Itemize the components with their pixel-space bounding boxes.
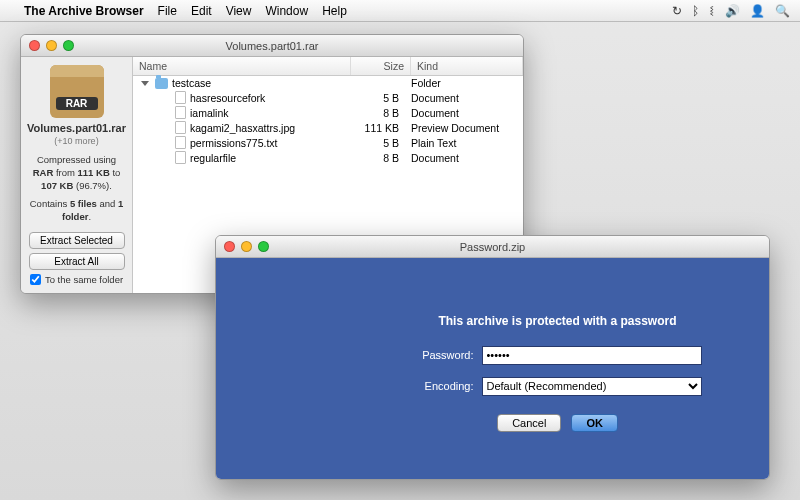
archive-titlebar[interactable]: Volumes.part01.rar <box>21 35 523 57</box>
close-icon[interactable] <box>29 40 40 51</box>
rar-icon-label: RAR <box>56 97 98 110</box>
file-kind: Plain Text <box>405 137 517 149</box>
ok-button[interactable]: OK <box>571 414 618 432</box>
file-row[interactable]: kagami2_hasxattrs.jpg111 KBPreview Docum… <box>133 120 523 135</box>
archive-window-title: Volumes.part01.rar <box>21 40 523 52</box>
disclosure-triangle-icon[interactable] <box>141 81 149 86</box>
same-folder-checkbox-input[interactable] <box>30 274 41 285</box>
zoom-icon[interactable] <box>258 241 269 252</box>
extract-selected-button[interactable]: Extract Selected <box>29 232 125 249</box>
minimize-icon[interactable] <box>241 241 252 252</box>
file-row[interactable]: hasresourcefork5 BDocument <box>133 90 523 105</box>
password-input[interactable] <box>482 346 702 365</box>
same-folder-checkbox[interactable]: To the same folder <box>30 274 123 285</box>
password-window-title: Password.zip <box>216 241 769 253</box>
folder-icon <box>155 78 168 89</box>
password-titlebar[interactable]: Password.zip <box>216 236 769 258</box>
menu-window[interactable]: Window <box>265 4 308 18</box>
file-size: 5 B <box>345 137 405 149</box>
menu-help[interactable]: Help <box>322 4 347 18</box>
file-size: 5 B <box>345 92 405 104</box>
file-row[interactable]: testcaseFolder <box>133 76 523 90</box>
archive-contents-info: Contains 5 files and 1 folder. <box>27 198 126 224</box>
file-name: iamalink <box>190 107 229 119</box>
file-kind: Document <box>405 107 517 119</box>
file-row[interactable]: regularfile8 BDocument <box>133 150 523 165</box>
status-icons: ↻ ᛒ ⧙ 🔊 👤 🔍 <box>672 4 790 18</box>
minimize-icon[interactable] <box>46 40 57 51</box>
archive-compression-info: Compressed using RAR from 111 KB to 107 … <box>27 154 126 192</box>
close-icon[interactable] <box>224 241 235 252</box>
document-icon <box>175 91 186 104</box>
cancel-button[interactable]: Cancel <box>497 414 561 432</box>
file-name: regularfile <box>190 152 236 164</box>
document-icon <box>175 106 186 119</box>
document-icon <box>175 136 186 149</box>
file-size: 8 B <box>345 152 405 164</box>
same-folder-checkbox-label: To the same folder <box>45 274 123 285</box>
user-icon[interactable]: 👤 <box>750 4 765 18</box>
file-kind: Folder <box>405 77 517 89</box>
rar-file-icon: RAR <box>50 65 104 118</box>
archive-filename: Volumes.part01.rar <box>27 122 126 134</box>
file-name: permissions775.txt <box>190 137 278 149</box>
file-list-header: Name Size Kind <box>133 57 523 76</box>
archive-more-parts: (+10 more) <box>54 136 98 146</box>
password-heading: This archive is protected with a passwor… <box>438 314 676 328</box>
file-size: 111 KB <box>345 122 405 134</box>
file-name: kagami2_hasxattrs.jpg <box>190 122 295 134</box>
file-kind: Document <box>405 152 517 164</box>
menu-edit[interactable]: Edit <box>191 4 212 18</box>
document-icon <box>175 121 186 134</box>
password-window: Password.zip This archive is protected w… <box>215 235 770 480</box>
password-label: Password: <box>414 349 474 361</box>
zoom-icon[interactable] <box>63 40 74 51</box>
file-kind: Preview Document <box>405 122 517 134</box>
time-machine-icon[interactable]: ↻ <box>672 4 682 18</box>
app-menu[interactable]: The Archive Browser <box>24 4 144 18</box>
file-name: testcase <box>172 77 211 89</box>
menu-view[interactable]: View <box>226 4 252 18</box>
document-icon <box>175 151 186 164</box>
column-header-kind[interactable]: Kind <box>411 57 523 75</box>
archive-sidebar: RAR Volumes.part01.rar (+10 more) Compre… <box>21 57 133 293</box>
encoding-select[interactable]: Default (Recommended) <box>482 377 702 396</box>
encoding-label: Encoding: <box>414 380 474 392</box>
file-kind: Document <box>405 92 517 104</box>
menu-file[interactable]: File <box>158 4 177 18</box>
bluetooth-icon[interactable]: ᛒ <box>692 4 699 18</box>
file-size: 8 B <box>345 107 405 119</box>
column-header-size[interactable]: Size <box>351 57 411 75</box>
file-row[interactable]: permissions775.txt5 BPlain Text <box>133 135 523 150</box>
menubar: The Archive Browser File Edit View Windo… <box>0 0 800 22</box>
column-header-name[interactable]: Name <box>133 57 351 75</box>
volume-icon[interactable]: 🔊 <box>725 4 740 18</box>
extract-all-button[interactable]: Extract All <box>29 253 125 270</box>
file-row[interactable]: iamalink8 BDocument <box>133 105 523 120</box>
spotlight-icon[interactable]: 🔍 <box>775 4 790 18</box>
wifi-icon[interactable]: ⧙ <box>709 4 715 18</box>
file-name: hasresourcefork <box>190 92 265 104</box>
